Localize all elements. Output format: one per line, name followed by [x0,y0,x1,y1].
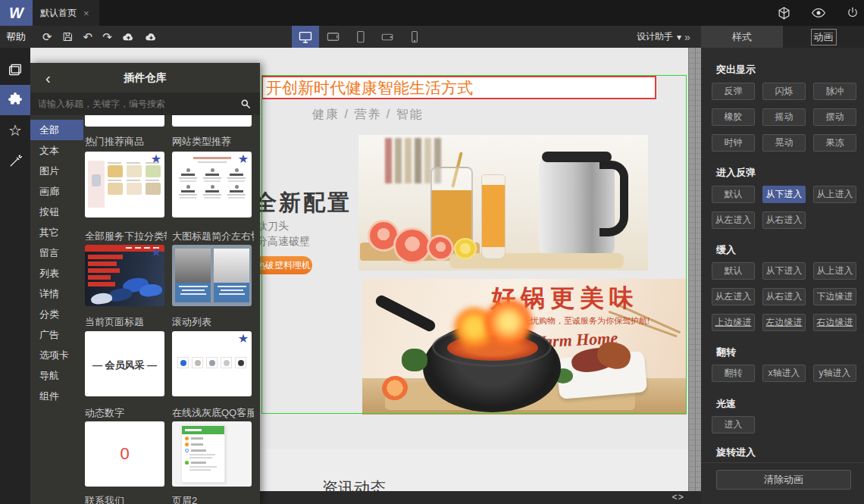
category-gallery[interactable]: 画廊 [30,181,83,202]
bouncein-from-top-button[interactable]: 从上进入 [813,186,856,203]
cloud-upload-icon[interactable] [122,32,135,42]
category-message[interactable]: 留言 [30,243,83,263]
sidebar-item-pages[interactable] [0,55,30,85]
product-headline[interactable]: 全新配置 [255,188,352,218]
anim-jello-button[interactable]: 果冻 [813,134,856,152]
device-tablet-landscape-button[interactable] [319,26,346,48]
redo-icon[interactable]: ↷ [102,31,112,42]
lightspeed-in-button[interactable]: 进入 [712,416,755,434]
code-view-icon[interactable]: <> [672,493,684,503]
easein-default-button[interactable]: 默认 [712,262,755,280]
save-icon[interactable] [62,31,74,42]
anim-bounce-button[interactable]: 反弹 [712,83,755,100]
favorite-star-icon[interactable]: ★ [238,333,249,345]
easein-from-bottom-button[interactable]: 从下进入 [762,262,806,280]
app-logo[interactable]: W [0,0,33,26]
tab-animation[interactable]: 动画 [783,26,864,48]
plugin-card-title: 页眉2 [172,494,254,504]
collapse-chevrons-icon[interactable]: » [684,26,690,48]
canvas-scrollbar[interactable] [688,48,701,491]
back-chevron-icon[interactable]: ‹ [45,70,51,86]
product-button[interactable]: 热破壁料理机 [255,256,312,274]
easein-top-edge-button[interactable]: 上边缘进 [712,314,755,331]
tab-style[interactable]: 样式 [701,26,783,48]
plugin-search-input[interactable] [30,99,240,109]
components-cube-icon[interactable] [777,6,791,20]
plugin-card-dynamic-number[interactable]: 0 [85,421,164,487]
category-detail[interactable]: 详情 [30,283,83,304]
device-phone-portrait-button[interactable] [401,26,428,48]
wok-banner[interactable]: 好锅更美味 无忧购物，至诚服务为你保驾护航! Warm Home [362,279,687,415]
plugin-card-partial[interactable] [172,115,252,127]
kettle-photo[interactable] [358,135,648,271]
category-text[interactable]: 文本 [30,140,83,161]
flip-x-axis-button[interactable]: x轴进入 [762,365,806,382]
sidebar-item-favorites[interactable]: ☆ [0,115,30,146]
plugin-search-bar [30,92,260,115]
bouncein-default-button[interactable]: 默认 [712,186,755,203]
category-button[interactable]: 按钮 [30,202,83,222]
easein-right-edge-button[interactable]: 右边缘进 [813,314,856,331]
favorite-star-icon[interactable]: ★ [151,153,161,165]
easein-from-left-button[interactable]: 从左进入 [712,288,755,305]
plugin-card-site-types[interactable]: ★ [172,152,252,218]
category-classify[interactable]: 分类 [30,304,83,324]
power-icon[interactable] [846,6,859,20]
hero-subtitle[interactable]: 健康 / 营养 / 智能 [312,107,464,123]
hero-title-element[interactable]: 开创新时代健康智能生活方式 [261,76,656,99]
category-nav[interactable]: 导航 [30,365,83,386]
anim-rubber-button[interactable]: 橡胶 [712,108,755,126]
flip-button[interactable]: 翻转 [712,365,755,382]
anim-swing-button[interactable]: 摆动 [813,108,856,126]
anim-shake-button[interactable]: 摇动 [762,108,806,126]
bouncein-from-left-button[interactable]: 从左进入 [712,211,755,229]
category-ad[interactable]: 广告 [30,324,83,345]
product-feature-2[interactable]: 分高速破壁 [257,235,310,249]
category-tabs[interactable]: 选项卡 [30,345,83,365]
category-list[interactable]: 列表 [30,263,83,283]
sidebar-item-plugins[interactable] [0,85,30,115]
anim-clock-button[interactable]: 时钟 [712,134,755,152]
plugin-card-hot-products[interactable]: ★ [85,152,164,218]
undo-icon[interactable]: ↶ [83,31,93,42]
design-assistant-dropdown[interactable]: 设计助手 ▾ [637,26,681,48]
category-image[interactable]: 图片 [30,161,83,181]
category-component[interactable]: 组件 [30,386,83,406]
clear-animation-button[interactable]: 清除动画 [716,470,851,490]
easein-from-top-button[interactable]: 从上进入 [813,262,856,280]
anim-wobble-button[interactable]: 晃动 [762,134,806,152]
bouncein-from-right-button[interactable]: 从右进入 [762,211,806,229]
plugin-card-big-image-switch[interactable] [172,245,252,306]
plugin-card-page-title[interactable]: — 会员风采 — [85,331,164,396]
cloud-download-icon[interactable] [145,32,158,42]
category-other[interactable]: 其它 [30,222,83,243]
device-desktop-button[interactable] [292,26,319,48]
anim-pulse-button[interactable]: 脉冲 [813,83,856,100]
close-icon[interactable]: × [83,8,89,19]
favorite-star-icon[interactable]: ★ [238,153,249,165]
animation-panel: 突出显示 反弹 闪烁 脉冲 橡胶 摇动 摆动 时钟 晃动 果冻 进入反弹 默认 … [701,48,864,504]
device-tablet-portrait-button[interactable] [346,26,374,48]
plugin-card-dropdown-category[interactable]: ★ [85,245,164,306]
plugin-panel-header: ‹ 插件仓库 [30,63,260,92]
plugin-card-partial[interactable] [85,115,164,127]
anim-flash-button[interactable]: 闪烁 [762,83,806,100]
easein-left-edge-button[interactable]: 左边缘进 [762,314,806,331]
page-tab[interactable]: 默认首页 × [33,0,99,26]
easein-bottom-edge-button[interactable]: 下边缘进 [813,288,856,305]
device-phone-landscape-button[interactable] [374,26,401,48]
plugin-card-scroll-list[interactable]: ★ [172,331,252,396]
category-all[interactable]: 全部 [30,120,83,140]
sidebar-item-tools[interactable] [0,146,30,176]
flip-y-axis-button[interactable]: y轴进入 [813,365,856,382]
design-assistant-label: 设计助手 [637,30,673,43]
search-icon[interactable] [240,99,251,109]
help-button[interactable]: 帮助 [6,26,26,48]
bouncein-from-bottom-button[interactable]: 从下进入 [762,186,806,203]
favorite-star-icon[interactable]: ★ [151,246,161,258]
refresh-icon[interactable]: ⟳ [42,31,52,42]
easein-from-right-button[interactable]: 从右进入 [762,288,806,305]
preview-eye-icon[interactable] [811,7,826,19]
plugin-card-qq-service[interactable] [172,421,252,487]
product-feature-1[interactable]: 钛刀头 [257,220,289,233]
